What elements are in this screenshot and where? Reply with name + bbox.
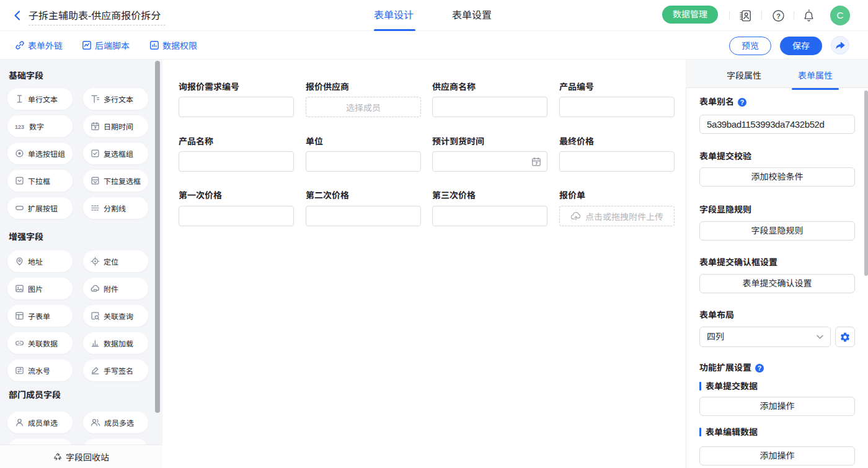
svg-text:?: ? [776, 12, 781, 20]
svg-text:123: 123 [15, 124, 24, 130]
